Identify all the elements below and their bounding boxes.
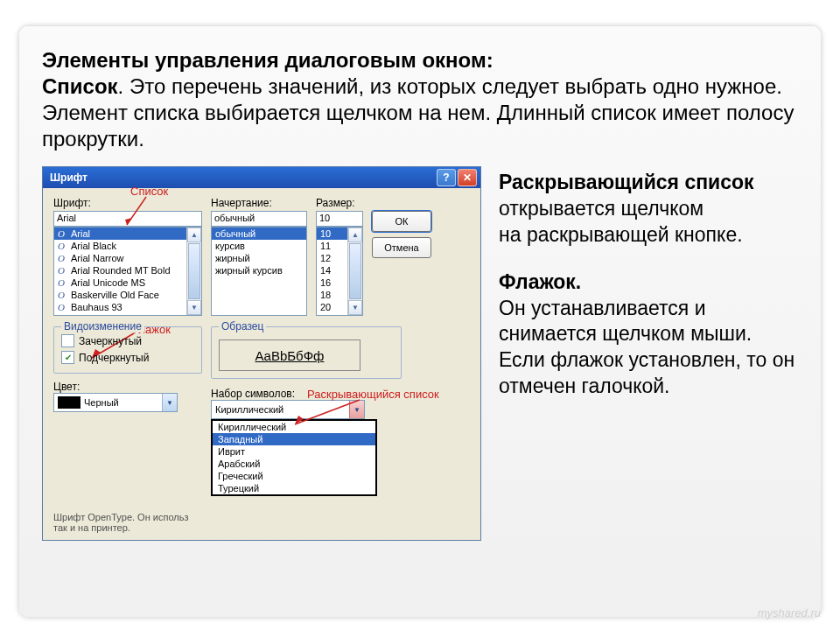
color-swatch: [58, 396, 80, 409]
list-item[interactable]: OArial Unicode MS: [54, 276, 201, 289]
font-input[interactable]: Arial: [53, 211, 202, 227]
size-input[interactable]: 10: [316, 211, 363, 227]
list-item[interactable]: Кириллический: [213, 421, 375, 433]
modifications-groupbox: Видоизменение Зачеркнутый ✔ Подчеркнутый: [53, 326, 202, 374]
font-listbox[interactable]: OArial OArial Black OArial Narrow OArial…: [53, 227, 202, 316]
style-label: Начертание:: [211, 197, 307, 209]
charset-combobox[interactable]: Кириллический ▼: [211, 400, 365, 419]
heading-line2: Список: [42, 74, 118, 98]
list-item[interactable]: OArial Black: [54, 240, 201, 252]
style-listbox[interactable]: обычный курсив жирный жирный курсив: [211, 227, 307, 316]
color-combobox[interactable]: Черный ▼: [53, 393, 178, 412]
color-label: Цвет:: [53, 381, 80, 393]
ok-button[interactable]: ОК: [372, 211, 431, 232]
list-item[interactable]: жирный курсив: [212, 264, 306, 276]
list-item[interactable]: Иврит: [213, 445, 375, 458]
dialog-title: Шрифт: [50, 172, 88, 184]
slide: Элементы управления диалоговым окном: Сп…: [19, 26, 821, 617]
scrollbar[interactable]: ▲ ▼: [186, 228, 201, 315]
size-listbox[interactable]: 10 11 12 14 16 18 20 ▲ ▼: [316, 227, 363, 316]
list-item[interactable]: Западный: [213, 433, 375, 445]
main-text: Элементы управления диалоговым окном: Сп…: [42, 47, 798, 152]
scroll-up-icon[interactable]: ▲: [187, 228, 201, 242]
underline-checkbox[interactable]: ✔: [61, 351, 74, 364]
list-item[interactable]: курсив: [212, 240, 306, 252]
side-text: Раскрывающийся список открывается щелчко…: [499, 166, 798, 541]
scroll-up-icon[interactable]: ▲: [348, 228, 362, 242]
chevron-down-icon[interactable]: ▼: [162, 394, 177, 411]
scroll-down-icon[interactable]: ▼: [348, 300, 362, 315]
size-label: Размер:: [316, 197, 363, 209]
watermark: myshared.ru: [758, 606, 821, 620]
charset-dropdown-list[interactable]: Кириллический Западный Иврит Арабский Гр…: [211, 419, 377, 496]
font-label: Шрифт:: [53, 197, 202, 209]
scroll-down-icon[interactable]: ▼: [187, 300, 201, 315]
titlebar: Шрифт ? ✕: [43, 167, 480, 188]
list-item[interactable]: OArial: [54, 228, 201, 240]
scrollbar[interactable]: ▲ ▼: [347, 228, 362, 315]
scroll-thumb[interactable]: [349, 243, 361, 299]
style-input[interactable]: обычный: [211, 211, 307, 227]
list-item[interactable]: OArial Narrow: [54, 252, 201, 264]
cancel-button[interactable]: Отмена: [372, 237, 431, 258]
list-item[interactable]: OBaskerville Old Face: [54, 289, 201, 301]
list-item[interactable]: обычный: [212, 228, 306, 240]
strike-checkbox[interactable]: [61, 334, 74, 347]
list-item[interactable]: Греческий: [213, 470, 375, 482]
underline-checkbox-row: ✔ Подчеркнутый: [61, 351, 194, 364]
underline-label: Подчеркнутый: [79, 352, 149, 364]
list-item[interactable]: OArial Rounded MT Bold: [54, 264, 201, 276]
list-item[interactable]: Турецкий: [213, 482, 375, 494]
list-item[interactable]: Арабский: [213, 458, 375, 470]
charset-label: Набор символов:: [211, 388, 295, 400]
help-button[interactable]: ?: [437, 169, 456, 186]
heading-line1: Элементы управления диалоговым окном:: [42, 48, 494, 72]
modifications-legend: Видоизменение: [61, 320, 144, 332]
hint-text: Шрифт OpenType. Он использтак и на принт…: [53, 512, 470, 533]
list-item[interactable]: OBauhaus 93: [54, 301, 201, 313]
list-item[interactable]: жирный: [212, 252, 306, 264]
scroll-thumb[interactable]: [188, 243, 200, 299]
strike-label: Зачеркнутый: [79, 335, 142, 347]
sample-text: AaBbБбФф: [219, 340, 360, 371]
close-button[interactable]: ✕: [458, 169, 477, 186]
chevron-down-icon[interactable]: ▼: [349, 401, 364, 418]
sample-groupbox: Образец AaBbБбФф: [211, 326, 402, 379]
strike-checkbox-row: Зачеркнутый: [61, 334, 194, 347]
sample-legend: Образец: [219, 320, 266, 332]
font-dialog: Шрифт ? ✕ Список: [42, 166, 481, 541]
